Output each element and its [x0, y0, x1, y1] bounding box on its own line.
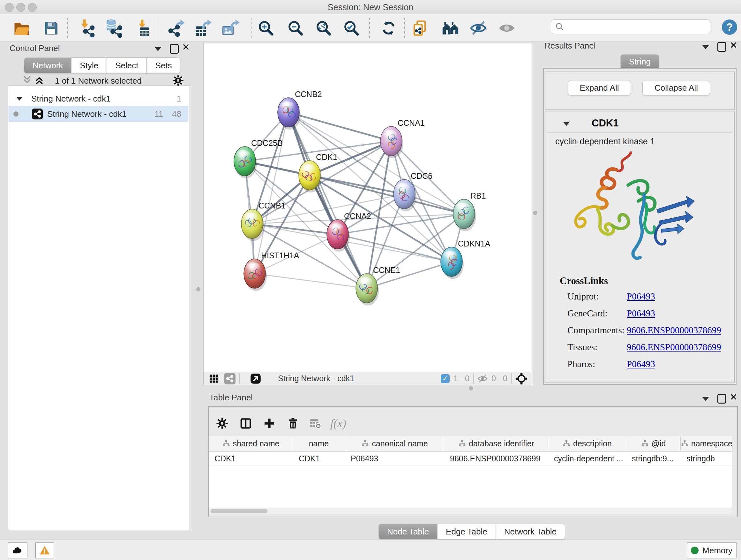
zoom-in-button[interactable]: [256, 19, 276, 37]
search-input[interactable]: [568, 22, 706, 32]
hierarchy-icon: [641, 439, 649, 448]
tab-style[interactable]: Style: [71, 57, 107, 73]
right-splitter-handle[interactable]: [533, 211, 537, 215]
status-bar: Memory: [0, 540, 741, 560]
network-node-CCNB2[interactable]: CCNB2: [278, 90, 322, 130]
network-node-CCNE1[interactable]: CCNE1: [356, 266, 400, 306]
network-edge[interactable]: [255, 112, 288, 273]
table-cell[interactable]: CDK1: [209, 451, 293, 465]
collection-collapse-icon[interactable]: [17, 97, 23, 100]
open-session-button[interactable]: [11, 19, 32, 37]
cloud-status-button[interactable]: [8, 543, 27, 558]
table-row[interactable]: CDK1CDK1P064939606.ENSP00000378699cyclin…: [209, 451, 732, 466]
network-edge[interactable]: [255, 273, 367, 288]
column-header-shared-name[interactable]: shared name: [209, 436, 293, 451]
network-node-CCNB1[interactable]: CCNB1: [241, 201, 286, 241]
table-cell[interactable]: stringdb: [681, 451, 732, 465]
crosslink-link[interactable]: 9606.ENSP00000378699: [627, 342, 721, 359]
network-edge[interactable]: [252, 224, 338, 234]
column-header-description[interactable]: description: [548, 436, 626, 451]
results-panel-float-icon[interactable]: [718, 42, 726, 52]
tab-network[interactable]: Network: [24, 57, 71, 73]
crosslink-link[interactable]: P06493: [627, 359, 655, 375]
collapse-all-button[interactable]: Collapse All: [643, 80, 710, 96]
table-cell[interactable]: cyclin-dependent ...: [548, 451, 626, 465]
control-panel-close-icon[interactable]: ✕: [182, 44, 190, 51]
table-panel-menu-icon[interactable]: [702, 396, 709, 402]
delete-column-icon[interactable]: [283, 414, 303, 433]
zoom-fit-button[interactable]: [313, 19, 334, 37]
column-header-canonical-name[interactable]: canonical name: [345, 436, 444, 451]
table-settings-gear-icon[interactable]: [212, 414, 232, 433]
string-home-button[interactable]: [441, 19, 461, 37]
results-panel-close-icon[interactable]: ✕: [730, 42, 738, 49]
table-scrollbar-thumb[interactable]: [211, 509, 267, 513]
string-import-button[interactable]: [409, 19, 430, 37]
network-row-selected[interactable]: String Network - cdk1 11 48: [8, 106, 188, 122]
import-table-button[interactable]: [133, 19, 153, 37]
tab-edge-table[interactable]: Edge Table: [437, 523, 496, 540]
results-panel-menu-icon[interactable]: [702, 45, 709, 51]
node-table: shared namenamecanonical namedatabase id…: [209, 436, 732, 508]
refresh-layout-button[interactable]: [379, 19, 399, 37]
gene-collapse-icon[interactable]: [563, 121, 570, 127]
table-panel-close-icon[interactable]: ✕: [730, 393, 738, 401]
add-column-icon[interactable]: [259, 414, 280, 433]
warnings-button[interactable]: [35, 543, 54, 558]
network-node-HIST1H1A[interactable]: HIST1H1A: [244, 251, 299, 291]
tab-select[interactable]: Select: [107, 57, 147, 73]
string-settings-button[interactable]: [468, 19, 488, 37]
help-button[interactable]: ?: [722, 19, 737, 35]
selected-count-icon[interactable]: ✓: [441, 374, 450, 383]
left-splitter-handle[interactable]: [196, 287, 200, 292]
expand-all-button[interactable]: Expand All: [568, 80, 631, 96]
network-view-toolbar: String Network - cdk1 ✓ 1 - 0 0 - 0: [203, 372, 532, 385]
network-canvas[interactable]: CCNB2CCNA1CDC25BCDK1CDC6RB1CCNB1CCNA2CDK…: [203, 43, 532, 372]
export-table-button[interactable]: [193, 19, 213, 37]
crosslink-link[interactable]: P06493: [627, 308, 655, 325]
network-edge[interactable]: [338, 234, 452, 262]
network-edge[interactable]: [288, 112, 367, 288]
network-overview-icon[interactable]: [224, 373, 235, 384]
column-header-@id[interactable]: @id: [626, 436, 681, 451]
export-network-button[interactable]: [166, 19, 187, 37]
open-in-new-window-icon[interactable]: [250, 373, 261, 384]
memory-button[interactable]: Memory: [687, 543, 737, 558]
tab-node-table[interactable]: Node Table: [379, 523, 437, 540]
import-network-database-button[interactable]: [103, 19, 123, 37]
network-node-CDKN1A[interactable]: CDKN1A: [441, 239, 490, 279]
zoom-selected-button[interactable]: [341, 19, 361, 37]
control-panel-menu-icon[interactable]: [154, 47, 161, 52]
tab-sets[interactable]: Sets: [147, 57, 180, 73]
crosslink-link[interactable]: P06493: [627, 291, 655, 308]
tab-string[interactable]: String: [620, 54, 659, 69]
network-node-RB1[interactable]: RB1: [453, 191, 486, 231]
zoom-out-button[interactable]: [285, 19, 306, 37]
table-cell[interactable]: P06493: [345, 451, 444, 465]
hidden-count-icon: [477, 374, 488, 384]
column-header-namespace[interactable]: namespace: [681, 436, 732, 451]
table-panel-float-icon[interactable]: [718, 394, 726, 403]
table-cell[interactable]: CDK1: [293, 451, 345, 465]
search-icon: [555, 22, 564, 32]
hierarchy-icon: [222, 439, 230, 448]
birds-eye-view-icon[interactable]: [209, 374, 219, 384]
bottom-splitter-handle[interactable]: [469, 386, 473, 390]
column-header-name[interactable]: name: [293, 436, 345, 451]
table-cell[interactable]: stringdb:9...: [626, 451, 681, 465]
tab-network-table[interactable]: Network Table: [496, 523, 565, 540]
save-session-button[interactable]: [41, 19, 61, 37]
table-horizontal-scrollbar[interactable]: [209, 508, 732, 514]
show-columns-icon[interactable]: [235, 414, 256, 433]
export-image-button[interactable]: [220, 19, 241, 37]
crosslink-link[interactable]: 9606.ENSP00000378699: [627, 325, 721, 341]
help-icon: ?: [726, 21, 733, 33]
control-panel-float-icon[interactable]: [170, 44, 179, 54]
network-collection-row[interactable]: String Network - cdk1 1: [8, 91, 188, 107]
show-graphics-button[interactable]: [496, 19, 517, 37]
import-network-file-button[interactable]: [76, 19, 96, 37]
table-cell[interactable]: 9606.ENSP00000378699: [444, 451, 548, 465]
column-header-database-identifier[interactable]: database identifier: [444, 436, 548, 451]
pan-crosshair-icon[interactable]: [515, 373, 528, 385]
toolbar-separator: [67, 18, 68, 38]
